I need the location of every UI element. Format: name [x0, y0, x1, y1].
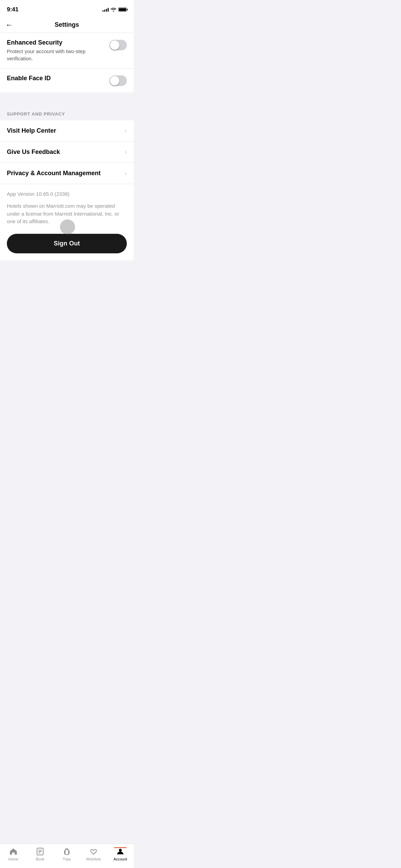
- signal-icon: [102, 8, 109, 12]
- face-id-toggle[interactable]: [109, 75, 127, 86]
- visit-help-center-label: Visit Help Center: [7, 127, 56, 134]
- visit-help-center-item[interactable]: Visit Help Center ›: [0, 120, 134, 142]
- give-feedback-item[interactable]: Give Us Feedback ›: [0, 142, 134, 163]
- toggle-thumb: [110, 76, 119, 85]
- chevron-right-icon: ›: [125, 127, 127, 134]
- app-disclaimer: Hotels shown on Marriott.com may be oper…: [7, 202, 127, 226]
- wifi-icon: [111, 8, 116, 12]
- back-button[interactable]: ←: [5, 21, 13, 29]
- sign-out-button[interactable]: Sign Out: [7, 234, 127, 253]
- chevron-right-icon: ›: [125, 148, 127, 156]
- give-feedback-label: Give Us Feedback: [7, 148, 60, 156]
- toggle-thumb: [110, 40, 119, 50]
- face-id-text: Enable Face ID: [7, 75, 109, 83]
- settings-content: Enhanced Security Protect your account w…: [0, 33, 134, 92]
- support-section-header: SUPPORT AND PRIVACY: [0, 105, 134, 120]
- chevron-right-icon: ›: [125, 170, 127, 177]
- nav-header: ← Settings: [0, 17, 134, 33]
- app-info-section: App Version 10.65.0 (2338) Hotels shown …: [0, 184, 134, 260]
- status-icons: [102, 8, 127, 12]
- back-arrow-icon: ←: [5, 21, 13, 29]
- section-divider: [0, 92, 134, 105]
- face-id-setting: Enable Face ID: [0, 69, 134, 92]
- privacy-management-item[interactable]: Privacy & Account Management ›: [0, 163, 134, 184]
- support-section-label: SUPPORT AND PRIVACY: [7, 111, 65, 117]
- face-id-title: Enable Face ID: [7, 75, 104, 82]
- enhanced-security-toggle[interactable]: [109, 40, 127, 50]
- enhanced-security-setting: Enhanced Security Protect your account w…: [0, 33, 134, 69]
- app-version: App Version 10.65.0 (2338): [7, 191, 127, 197]
- page-title: Settings: [54, 21, 79, 28]
- battery-icon: [118, 8, 127, 12]
- support-section: Visit Help Center › Give Us Feedback › P…: [0, 120, 134, 184]
- enhanced-security-text: Enhanced Security Protect your account w…: [7, 39, 109, 62]
- status-bar: 9:41: [0, 0, 134, 17]
- enhanced-security-title: Enhanced Security: [7, 39, 104, 46]
- privacy-management-label: Privacy & Account Management: [7, 170, 100, 177]
- status-time: 9:41: [7, 6, 19, 13]
- enhanced-security-description: Protect your account with two-step verif…: [7, 48, 104, 62]
